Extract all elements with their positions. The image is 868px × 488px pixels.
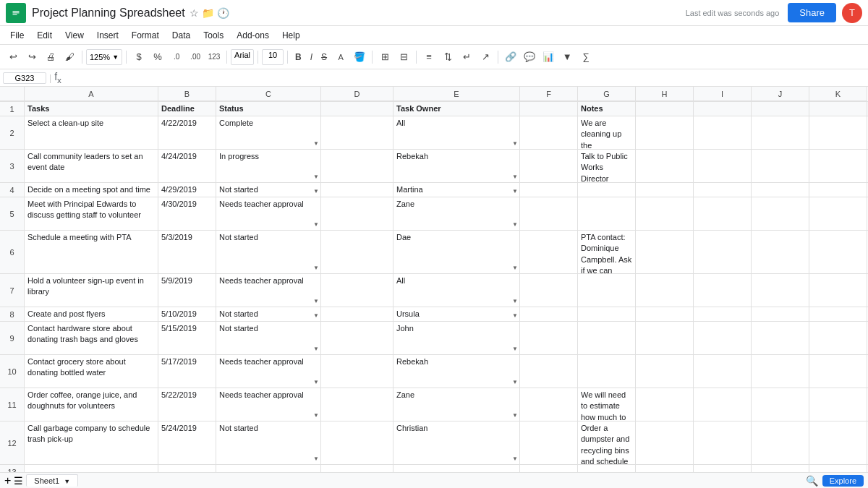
cell[interactable]: Deadline (158, 102, 216, 116)
avatar[interactable]: T (842, 3, 862, 23)
cell[interactable] (694, 231, 752, 274)
font-size-selector[interactable]: 10 (262, 49, 284, 65)
dropdown-arrow-icon[interactable]: ▼ (313, 187, 319, 195)
cell[interactable]: We are cleaning up the neighborhood arou… (578, 116, 636, 150)
cell[interactable]: Rebekah▼ (393, 150, 520, 183)
link-button[interactable]: 🔗 (502, 48, 519, 66)
print-button[interactable]: 🖨 (42, 48, 59, 66)
dropdown-arrow-icon[interactable]: ▼ (313, 411, 319, 419)
rotate-button[interactable]: ↗ (477, 48, 494, 66)
cell[interactable] (321, 465, 393, 472)
cell[interactable]: All▼ (393, 274, 520, 307)
bold-button[interactable]: B (292, 49, 305, 65)
cell[interactable] (809, 150, 867, 183)
cell[interactable] (321, 116, 393, 150)
cell[interactable] (694, 322, 752, 355)
menu-file[interactable]: File (4, 29, 30, 42)
col-header-c[interactable]: C (216, 87, 321, 101)
filter-button[interactable]: ▼ (558, 48, 576, 66)
cell[interactable] (809, 421, 867, 465)
cell[interactable] (321, 183, 393, 197)
cell[interactable] (578, 197, 636, 231)
cell[interactable] (578, 183, 636, 197)
cell[interactable] (752, 197, 809, 231)
cell[interactable]: 4/24/2019 (158, 150, 216, 183)
cell[interactable] (578, 307, 636, 322)
cell[interactable]: 5/17/2019 (158, 355, 216, 388)
menu-help[interactable]: Help (276, 29, 306, 42)
cell[interactable]: Contact hardware store about donating tr… (25, 322, 158, 355)
dropdown-arrow-icon[interactable]: ▼ (512, 411, 518, 419)
cell[interactable]: Talk to Public Works Director Michael Jo… (578, 150, 636, 183)
cell[interactable]: Hold a volunteer sign-up event in librar… (25, 274, 158, 307)
dropdown-arrow-icon[interactable]: ▼ (313, 221, 319, 228)
dropdown-arrow-icon[interactable]: ▼ (512, 264, 518, 272)
cell[interactable] (216, 465, 321, 472)
cell[interactable] (578, 465, 636, 472)
cell[interactable] (752, 116, 809, 150)
cell-reference-input[interactable] (3, 72, 46, 84)
cell[interactable]: Schedule a meeting with PTA (25, 231, 158, 274)
cell[interactable]: Select a clean-up site (25, 116, 158, 150)
cell[interactable]: All▼ (393, 116, 520, 150)
cell[interactable]: Order coffee, orange juice, and doughnut… (25, 388, 158, 421)
cell[interactable] (321, 150, 393, 183)
cell[interactable]: Needs teacher approval▼ (216, 355, 321, 388)
cell[interactable]: Zane▼ (393, 197, 520, 231)
cell[interactable] (321, 231, 393, 274)
star-icon[interactable]: ☆ (190, 7, 199, 19)
cell[interactable] (520, 102, 578, 116)
col-header-a[interactable]: A (25, 87, 158, 101)
cell[interactable]: Order a dumpster and recycling bins and … (578, 421, 636, 465)
cell[interactable] (694, 116, 752, 150)
valign-button[interactable]: ⇅ (439, 48, 456, 66)
cell[interactable] (393, 465, 520, 472)
cell[interactable] (752, 388, 809, 421)
cell[interactable] (752, 421, 809, 465)
cell[interactable]: PTA contact: Dominique Campbell. Ask if … (578, 231, 636, 274)
sheet-tab-sheet1[interactable]: Sheet1 ▼ (26, 474, 78, 487)
cell[interactable] (636, 355, 694, 388)
cell[interactable]: 5/3/2019 (158, 231, 216, 274)
sheets-list-icon[interactable]: ☰ (14, 475, 23, 487)
col-header-b[interactable]: B (158, 87, 216, 101)
cell[interactable] (578, 274, 636, 307)
explore-button[interactable]: Explore (822, 475, 864, 487)
col-header-g[interactable]: G (578, 87, 636, 101)
cell[interactable] (809, 231, 867, 274)
cell[interactable] (25, 465, 158, 472)
cell[interactable]: Needs teacher approval▼ (216, 388, 321, 421)
cell[interactable]: John▼ (393, 322, 520, 355)
cell[interactable]: Create and post flyers (25, 307, 158, 322)
cell[interactable]: In progress▼ (216, 150, 321, 183)
cell[interactable] (809, 465, 867, 472)
cell[interactable] (636, 465, 694, 472)
cell[interactable]: Not started▼ (216, 231, 321, 274)
cell[interactable] (809, 274, 867, 307)
text-color-button[interactable]: A (332, 48, 349, 66)
cell[interactable] (321, 355, 393, 388)
share-button[interactable]: Share (788, 3, 836, 22)
cell[interactable]: 5/10/2019 (158, 307, 216, 322)
cell[interactable] (636, 388, 694, 421)
dropdown-arrow-icon[interactable]: ▼ (512, 345, 518, 353)
dropdown-arrow-icon[interactable]: ▼ (313, 312, 319, 320)
chart-button[interactable]: 📊 (540, 48, 557, 66)
cell[interactable] (520, 322, 578, 355)
col-header-h[interactable]: H (636, 87, 694, 101)
cell[interactable]: Notes (578, 102, 636, 116)
col-header-f[interactable]: F (520, 87, 578, 101)
formula-function-icon[interactable]: fx (54, 71, 61, 85)
merge-button[interactable]: ⊟ (395, 48, 412, 66)
menu-format[interactable]: Format (126, 29, 165, 42)
cell[interactable]: Rebekah▼ (393, 355, 520, 388)
cell[interactable]: Not started▼ (216, 183, 321, 197)
cell[interactable]: Dae▼ (393, 231, 520, 274)
cell[interactable]: 4/30/2019 (158, 197, 216, 231)
cell[interactable]: Call garbage company to schedule trash p… (25, 421, 158, 465)
dropdown-arrow-icon[interactable]: ▼ (512, 221, 518, 228)
dropdown-arrow-icon[interactable]: ▼ (512, 455, 518, 463)
cell[interactable] (520, 274, 578, 307)
decimal-inc-button[interactable]: .00 (187, 48, 204, 66)
cell[interactable] (752, 355, 809, 388)
